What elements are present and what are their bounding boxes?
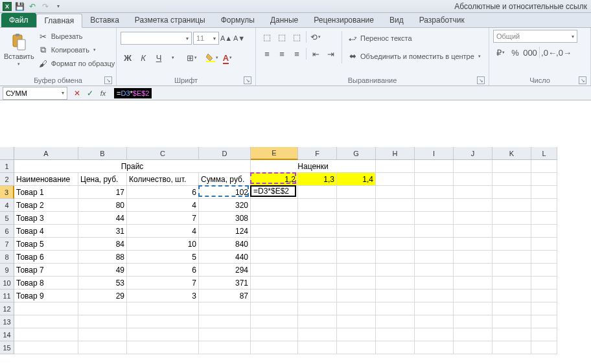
cancel-icon[interactable]: ✕ (71, 87, 83, 99)
cell-D4[interactable]: 320 (199, 199, 251, 212)
redo-icon[interactable]: ↷ (40, 1, 51, 12)
fill-color-button[interactable] (205, 51, 219, 65)
cell-L10[interactable] (531, 277, 557, 290)
cell-J6[interactable] (454, 225, 492, 238)
cell-J9[interactable] (454, 264, 492, 277)
col-header-L[interactable]: L (531, 147, 557, 160)
cell-C10[interactable]: 7 (127, 277, 199, 290)
cell-F3[interactable] (298, 186, 337, 199)
cell-C6[interactable]: 4 (127, 225, 199, 238)
cell-H13[interactable] (376, 315, 415, 328)
cell-F2[interactable]: 1,3 (298, 173, 337, 186)
row-header-15[interactable]: 15 (0, 341, 14, 354)
cell-J15[interactable] (454, 341, 492, 354)
file-tab[interactable]: Файл (1, 13, 36, 27)
dialog-launcher-icon[interactable]: ↘ (244, 76, 251, 84)
cell-G14[interactable] (337, 328, 376, 341)
cell-H14[interactable] (376, 328, 415, 341)
col-header-K[interactable]: K (492, 147, 531, 160)
cell-I8[interactable] (415, 251, 454, 264)
cell-F6[interactable] (298, 225, 337, 238)
cell-H8[interactable] (376, 251, 415, 264)
cell-E4[interactable] (251, 199, 298, 212)
cell-I3[interactable] (415, 186, 454, 199)
cell-I12[interactable] (415, 302, 454, 315)
cell-C8[interactable]: 5 (127, 251, 199, 264)
underline-button[interactable]: Ч (152, 51, 166, 65)
cell-B10[interactable]: 53 (78, 277, 127, 290)
cell-D14[interactable] (199, 328, 251, 341)
cell-C13[interactable] (127, 315, 199, 328)
cell-L13[interactable] (531, 315, 557, 328)
row-header-7[interactable]: 7 (0, 238, 14, 251)
cell-K4[interactable] (492, 199, 531, 212)
col-header-I[interactable]: I (415, 147, 454, 160)
cell-D7[interactable]: 840 (199, 238, 251, 251)
cell-J2[interactable] (454, 173, 492, 186)
column-headers[interactable]: ABCDEFGHIJKL (14, 147, 557, 160)
cell-C5[interactable]: 7 (127, 212, 199, 225)
cell-I4[interactable] (415, 199, 454, 212)
dialog-launcher-icon[interactable]: ↘ (104, 76, 112, 84)
cell-J3[interactable] (454, 186, 492, 199)
font-name-combo[interactable]: ▾ (121, 32, 192, 45)
cell-I15[interactable] (415, 341, 454, 354)
cell-B14[interactable] (78, 328, 127, 341)
col-header-G[interactable]: G (337, 147, 376, 160)
cell-E14[interactable] (251, 328, 298, 341)
cell-D11[interactable]: 87 (199, 290, 251, 302)
align-top-button[interactable]: ⬚ (260, 30, 274, 44)
cell-J13[interactable] (454, 315, 492, 328)
tab-insert[interactable]: Вставка (82, 13, 127, 27)
cell-E1[interactable]: Наценки (251, 160, 376, 173)
col-header-F[interactable]: F (298, 147, 337, 160)
tab-page-layout[interactable]: Разметка страницы (127, 13, 213, 27)
merge-center-button[interactable]: ⬌Объединить и поместить в центре▾ (346, 50, 482, 63)
cell-F14[interactable] (298, 328, 337, 341)
cell-H4[interactable] (376, 199, 415, 212)
row-header-10[interactable]: 10 (0, 277, 14, 290)
col-header-J[interactable]: J (454, 147, 492, 160)
formula-input[interactable]: =D3*$E$2 (111, 87, 591, 100)
number-format-combo[interactable]: Общий▾ (493, 30, 577, 43)
align-left-button[interactable]: ≡ (260, 47, 274, 61)
cell-F8[interactable] (298, 251, 337, 264)
cell-D2[interactable]: Сумма, руб. (199, 173, 251, 186)
cell-K2[interactable] (492, 173, 531, 186)
cell-G8[interactable] (337, 251, 376, 264)
col-header-C[interactable]: C (127, 147, 199, 160)
cell-F9[interactable] (298, 264, 337, 277)
cell-K7[interactable] (492, 238, 531, 251)
cell-K8[interactable] (492, 251, 531, 264)
cell-I9[interactable] (415, 264, 454, 277)
cell-J12[interactable] (454, 302, 492, 315)
cell-G10[interactable] (337, 277, 376, 290)
cell-F4[interactable] (298, 199, 337, 212)
col-header-A[interactable]: A (14, 147, 78, 160)
cell-D15[interactable] (199, 341, 251, 354)
cell-I11[interactable] (415, 290, 454, 302)
cell-F10[interactable] (298, 277, 337, 290)
cell-B11[interactable]: 29 (78, 290, 127, 302)
cell-D6[interactable]: 124 (199, 225, 251, 238)
cell-C7[interactable]: 10 (127, 238, 199, 251)
cell-D12[interactable] (199, 302, 251, 315)
cell-L2[interactable] (531, 173, 557, 186)
row-header-1[interactable]: 1 (0, 160, 14, 173)
cell-I5[interactable] (415, 212, 454, 225)
cell-J5[interactable] (454, 212, 492, 225)
cell-F5[interactable] (298, 212, 337, 225)
cell-H3[interactable] (376, 186, 415, 199)
cell-A9[interactable]: Товар 7 (14, 264, 78, 277)
cell-I1[interactable] (415, 160, 454, 173)
cell-A1[interactable]: Прайс (14, 160, 251, 173)
cell-E11[interactable] (251, 290, 298, 302)
cell-H2[interactable] (376, 173, 415, 186)
wrap-text-button[interactable]: ⮐Перенос текста (346, 32, 482, 45)
cell-G13[interactable] (337, 315, 376, 328)
fx-icon[interactable]: fx (97, 87, 109, 99)
row-header-3[interactable]: 3 (0, 186, 14, 199)
cell-G7[interactable] (337, 238, 376, 251)
row-header-5[interactable]: 5 (0, 212, 14, 225)
col-header-H[interactable]: H (376, 147, 415, 160)
